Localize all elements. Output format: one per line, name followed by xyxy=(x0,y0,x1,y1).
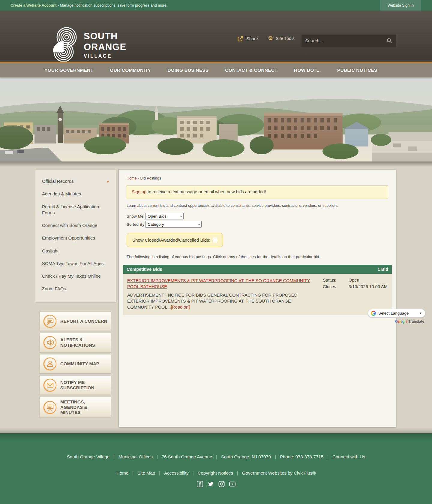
closes-value: 3/10/2026 10:00 AM xyxy=(349,284,388,289)
signup-notice-text: to receive a text message or email when … xyxy=(146,189,266,194)
sign-up-link[interactable]: Sign up xyxy=(132,189,146,194)
sidebar-item-zoom-faqs[interactable]: Zoom FAQs xyxy=(35,282,116,295)
quick-links: REPORT A CONCERN ALERTS & NOTIFICATIONS … xyxy=(40,312,111,420)
create-account-tagline: - Manage notification subscriptions, sav… xyxy=(57,3,168,8)
share-icon xyxy=(237,35,244,42)
sidebar-item-gaslight[interactable]: Gaslight xyxy=(35,245,116,257)
youtube-icon[interactable] xyxy=(229,481,236,487)
nav-doing-business[interactable]: DOING BUSINESS xyxy=(167,68,208,73)
breadcrumb: Home›Bid Postings xyxy=(127,176,392,180)
category-name: Competitive Bids xyxy=(127,267,162,272)
show-me-value: Open Bids xyxy=(148,214,166,219)
read-on-link[interactable]: [Read on] xyxy=(171,305,190,309)
nav-contact-connect[interactable]: CONTACT & CONNECT xyxy=(225,68,277,73)
person-icon xyxy=(43,357,57,371)
bid-postings-panel: Home›Bid Postings Sign up to receive a t… xyxy=(119,170,396,427)
footer-top-shadow xyxy=(0,427,432,433)
main-nav: YOUR GOVERNMENT OUR COMMUNITY DOING BUSI… xyxy=(0,63,432,77)
closes-label: Closes: xyxy=(323,284,342,289)
bid-table: Competitive Bids 1 Bid EXTERIOR IMPROVEM… xyxy=(123,265,392,315)
show-closed-bids-toggle: Show Closed/Awarded/Cancelled Bids: xyxy=(127,233,223,247)
presentation-icon xyxy=(43,400,57,415)
footer-address: 76 South Orange Avenue xyxy=(162,454,212,459)
notify-me-subscription-button[interactable]: NOTIFY ME SUBSCRIPTION xyxy=(40,376,111,395)
google-g-icon xyxy=(370,310,376,316)
submenu-arrow-icon: ► xyxy=(107,180,110,184)
sorted-by-select[interactable]: Category ▾ xyxy=(145,221,202,228)
envelope-icon xyxy=(43,378,57,392)
sidebar-item-agendas-minutes[interactable]: Agendas & Minutes xyxy=(35,188,116,200)
hero-image xyxy=(0,77,432,161)
website-sign-in-button[interactable]: Website Sign In xyxy=(380,0,421,11)
search-box[interactable] xyxy=(302,35,396,47)
footer-village-name: South Orange Village xyxy=(67,454,110,459)
language-select[interactable]: Select Language ▾ xyxy=(368,309,425,318)
header-accent-line xyxy=(0,62,432,63)
footer-contact-row: South Orange Village | Municipal Offices… xyxy=(0,454,432,459)
site-footer: South Orange Village | Municipal Offices… xyxy=(0,433,432,504)
bid-meta: Status: Open Closes: 3/10/2026 10:00 AM xyxy=(323,278,388,310)
sidebar-item-permit-license-forms[interactable]: Permit & License Application Forms xyxy=(35,201,116,219)
alerts-notifications-button[interactable]: ALERTS & NOTIFICATIONS xyxy=(40,333,111,352)
footer-civicplus-link[interactable]: Government Websites by CivicPlus® xyxy=(242,470,316,475)
footer-social-icons xyxy=(0,481,432,487)
intro-text: Learn about current bid and contract opp… xyxy=(127,204,392,208)
bid-title-link[interactable]: EXTERIOR IMPROVEMENTS & PIT WATERPROOFIN… xyxy=(127,278,310,289)
show-closed-bids-checkbox[interactable] xyxy=(213,238,217,242)
report-a-concern-button[interactable]: REPORT A CONCERN xyxy=(40,312,111,331)
site-tools-button[interactable]: ⚙ Site Tools xyxy=(268,35,295,41)
sorted-by-value: Category xyxy=(148,222,164,227)
logo-spiral-icon xyxy=(50,26,80,64)
footer-site-map-link[interactable]: Site Map xyxy=(137,470,155,475)
bid-count-badge: 1 Bid xyxy=(378,267,388,272)
speaker-icon xyxy=(43,335,57,350)
footer-copyright-notices-link[interactable]: Copyright Notices xyxy=(198,470,233,475)
footer-accessibility-link[interactable]: Accessibility xyxy=(164,470,189,475)
breadcrumb-home-link[interactable]: Home xyxy=(127,176,136,180)
sidebar-item-pay-taxes[interactable]: Check / Pay My Taxes Online xyxy=(35,270,116,282)
sidebar-item-employment[interactable]: Employment Opportunities xyxy=(35,232,116,244)
site-tools-label: Site Tools xyxy=(276,36,295,41)
speech-bubble-icon xyxy=(43,314,57,328)
utility-bar: Create a Website Account - Manage notifi… xyxy=(0,0,432,11)
share-button[interactable]: Share xyxy=(237,35,258,42)
nav-how-do-i[interactable]: HOW DO I... xyxy=(294,68,321,73)
search-input[interactable] xyxy=(305,38,386,43)
show-me-select[interactable]: Open Bids ▾ xyxy=(145,213,184,219)
nav-our-community[interactable]: OUR COMMUNITY xyxy=(110,68,151,73)
create-account-link[interactable]: Create a Website Account xyxy=(10,3,57,8)
language-select-value: Select Language xyxy=(378,311,420,315)
community-map-button[interactable]: COMMUNITY MAP xyxy=(40,354,111,373)
bid-filters: Show Me Open Bids ▾ Sorted By Category ▾ xyxy=(127,213,392,228)
show-closed-bids-label: Show Closed/Awarded/Cancelled Bids: xyxy=(132,237,210,243)
status-label: Status: xyxy=(323,278,342,282)
meetings-agendas-minutes-button[interactable]: MEETINGS, AGENDAS & MINUTES xyxy=(40,397,111,418)
sidebar-item-connect-south-orange[interactable]: Connect with South Orange xyxy=(35,219,116,232)
footer-connect-with-us-link[interactable]: Connect with Us xyxy=(332,454,365,459)
chevron-down-icon: ▾ xyxy=(180,215,182,218)
share-label: Share xyxy=(246,36,258,41)
facebook-icon[interactable] xyxy=(196,481,203,487)
footer-city-state: South Orange, NJ 07079 xyxy=(221,454,271,459)
twitter-icon[interactable] xyxy=(207,481,214,487)
sidebar-menu: Official Records ► Agendas & Minutes Per… xyxy=(35,170,116,302)
sidebar-item-soma-two-towns[interactable]: SOMA Two Towns For All Ages xyxy=(35,257,116,270)
site-header: SOUTH ORANGE VILLAGE Share ⚙ Site Tools xyxy=(0,11,432,62)
village-logo[interactable]: SOUTH ORANGE VILLAGE xyxy=(50,26,126,64)
listing-note: The following is a listing of various bi… xyxy=(127,255,392,259)
gear-icon: ⚙ xyxy=(268,35,273,41)
nav-your-government[interactable]: YOUR GOVERNMENT xyxy=(44,68,93,73)
nav-public-notices[interactable]: PUBLIC NOTICES xyxy=(337,68,377,73)
footer-home-link[interactable]: Home xyxy=(116,470,128,475)
sorted-by-label: Sorted By xyxy=(127,222,145,227)
instagram-icon[interactable] xyxy=(218,481,225,487)
bid-row: EXTERIOR IMPROVEMENTS & PIT WATERPROOFIN… xyxy=(123,274,392,315)
sidebar-item-official-records[interactable]: Official Records ► xyxy=(35,175,116,188)
google-translate-widget: Select Language ▾ GoogleTranslate xyxy=(368,309,425,324)
search-icon[interactable] xyxy=(386,38,393,44)
bid-category-header: Competitive Bids 1 Bid xyxy=(123,265,392,274)
status-value: Open xyxy=(349,278,388,282)
google-logo-text: Google xyxy=(395,319,407,324)
breadcrumb-separator: › xyxy=(138,176,139,180)
footer-phone: Phone: 973-378-7715 xyxy=(280,454,323,459)
